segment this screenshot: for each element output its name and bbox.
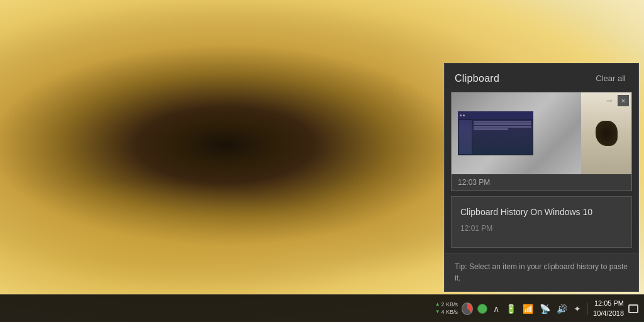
text-item-content: Clipboard History On Windows 10 12:01 PM [452,197,631,247]
tray-separator [587,303,588,315]
upload-speed-value: 2 KB/s [441,301,458,309]
clipboard-item-text[interactable]: Clipboard History On Windows 10 12:01 PM [451,196,632,248]
image-item-timestamp: 12:03 PM [452,174,631,191]
battery-tray-icon[interactable]: 🔋 [504,304,518,314]
clipboard-panel: Clipboard Clear all × ⇒ [444,63,639,292]
clipboard-text-value: Clipboard History On Windows 10 [460,206,623,219]
download-speed: ▼ 4 KB/s [435,309,458,316]
taskbar-right-section: ▲ 2 KB/s ▼ 4 KB/s ∧ 🔋 📶 📡 🔊 ✦ [435,299,639,318]
battery-circle [462,303,473,315]
network-info: ▲ 2 KB/s ▼ 4 KB/s [435,301,458,316]
mini-screenshot [458,111,533,155]
notification-button[interactable] [628,303,639,314]
upload-arrow-icon: ▲ [435,301,440,308]
clipboard-title: Clipboard [455,73,499,84]
status-indicator[interactable] [477,303,488,314]
clipboard-header: Clipboard Clear all [445,64,638,92]
clear-all-button[interactable]: Clear all [593,72,628,84]
taskbar: ▲ 2 KB/s ▼ 4 KB/s ∧ 🔋 📶 📡 🔊 ✦ [0,294,644,322]
dark-blob-decoration [596,121,618,146]
clock-time: 12:05 PM [594,299,624,308]
dropbox-tray-icon[interactable]: ✦ [572,304,582,314]
battery-icon[interactable] [462,303,473,314]
pin-icon[interactable]: ⇒ [604,95,615,106]
clipboard-tip: Tip: Select an item in your clipboard hi… [445,253,638,291]
wifi-tray-icon[interactable]: 📡 [538,304,552,314]
text-item-timestamp: 12:01 PM [460,224,623,233]
clock[interactable]: 12:05 PM 10/4/2018 [593,299,624,318]
tray-expand-icon[interactable]: ∧ [492,304,501,314]
green-status-dot [477,304,487,314]
volume-tray-icon[interactable]: 🔊 [555,304,569,314]
close-icon[interactable]: × [618,95,629,106]
clock-date: 10/4/2018 [593,309,624,318]
network-tray-icon[interactable]: 📶 [521,304,535,314]
download-speed-value: 4 KB/s [441,309,458,316]
clipboard-item-image[interactable]: × ⇒ [451,92,632,191]
upload-speed: ▲ 2 KB/s [435,301,458,309]
download-arrow-icon: ▼ [435,309,440,315]
notification-icon [628,304,638,313]
